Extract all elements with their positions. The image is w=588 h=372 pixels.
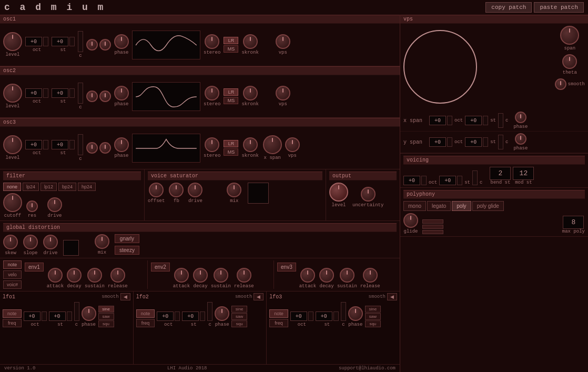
lfo1-sine-btn[interactable]: sine: [98, 306, 114, 313]
xspan-st-value[interactable]: +0: [465, 116, 482, 125]
lfo3-sine-btn[interactable]: sine: [365, 306, 381, 313]
paste-patch-button[interactable]: paste patch: [534, 2, 584, 13]
env2-attack-knob[interactable]: [174, 268, 189, 283]
voicing-oct-value[interactable]: +0: [403, 176, 420, 185]
osc2-skronk-knob[interactable]: [243, 86, 258, 100]
lfo1-oct-stepper[interactable]: [42, 311, 47, 321]
voice-sat-mix-knob[interactable]: [227, 183, 241, 197]
voicing-bend-value[interactable]: 2: [490, 167, 511, 180]
lfo3-smooth-btn[interactable]: ◀: [387, 293, 397, 300]
lfo2-st-value[interactable]: +0: [182, 311, 199, 321]
lfo3-st-stepper[interactable]: [333, 311, 339, 321]
osc2-phase-knob[interactable]: [114, 86, 129, 100]
velo-btn[interactable]: velo: [3, 270, 22, 279]
osc1-stereo-knob[interactable]: [205, 34, 219, 49]
osc1-oct-value[interactable]: +0: [25, 37, 42, 46]
global-dist-skew-knob[interactable]: [3, 235, 18, 249]
yspan-oct-stepper[interactable]: [447, 137, 452, 147]
env2-decay-knob[interactable]: [193, 268, 208, 283]
lfo2-saw-btn[interactable]: saw: [231, 313, 247, 320]
yspan-phase-knob[interactable]: [515, 133, 526, 145]
osc2-oct-stepper[interactable]: [43, 88, 48, 98]
lfo1-smooth-btn[interactable]: ◀: [120, 293, 130, 300]
voicing-st-stepper[interactable]: [457, 176, 462, 185]
lfo3-oct-stepper[interactable]: [308, 311, 313, 321]
gnarly-btn[interactable]: gnarly: [115, 234, 139, 243]
filter-lp24-btn[interactable]: lp24: [23, 183, 39, 191]
lfo2-sine-btn[interactable]: sine: [231, 306, 247, 313]
xspan-phase-knob[interactable]: [515, 112, 526, 123]
yspan-st-stepper[interactable]: [483, 137, 488, 147]
osc1-knob1[interactable]: [86, 39, 98, 51]
output-level-knob[interactable]: [329, 183, 348, 202]
env1-release-knob[interactable]: [110, 268, 125, 283]
global-dist-drive-knob[interactable]: [43, 235, 58, 249]
lfo1-oct-value[interactable]: +0: [24, 311, 40, 321]
osc1-c-stepper[interactable]: [78, 31, 83, 52]
lfo3-st-value[interactable]: +0: [316, 311, 332, 321]
osc2-knob1[interactable]: [86, 91, 98, 102]
osc3-lr-btn[interactable]: LR: [224, 140, 238, 147]
lfo3-squ-btn[interactable]: squ: [365, 320, 381, 327]
osc1-skronk-knob[interactable]: [243, 34, 258, 49]
env2-sustain-knob[interactable]: [214, 268, 228, 283]
osc3-c-stepper[interactable]: [78, 134, 83, 155]
filter-bp24-btn[interactable]: bp24: [58, 183, 76, 191]
lfo1-st-stepper[interactable]: [67, 311, 72, 321]
lfo1-phase-knob[interactable]: [82, 306, 96, 321]
osc2-level-knob[interactable]: [3, 84, 22, 103]
lfo2-smooth-btn[interactable]: ◀: [254, 293, 263, 300]
osc3-st-stepper[interactable]: [69, 140, 75, 149]
env1-decay-knob[interactable]: [67, 268, 82, 283]
osc1-phase-knob[interactable]: [114, 34, 129, 49]
xspan-oct-stepper[interactable]: [447, 116, 452, 125]
global-dist-mix-knob[interactable]: [95, 234, 109, 249]
osc3-ms-btn[interactable]: MS: [224, 148, 238, 156]
osc2-st-stepper[interactable]: [69, 88, 75, 98]
max-poly-value[interactable]: 8: [563, 216, 584, 229]
filter-cutoff-knob[interactable]: [3, 193, 22, 212]
copy-patch-button[interactable]: copy patch: [485, 2, 532, 13]
lfo2-note-btn[interactable]: note: [136, 309, 155, 318]
filter-drive-knob[interactable]: [47, 197, 62, 212]
xspan-oct-value[interactable]: +0: [429, 116, 446, 125]
note-btn[interactable]: note: [3, 260, 22, 269]
osc1-lr-btn[interactable]: LR: [224, 37, 238, 44]
voic-btn[interactable]: voic#: [3, 280, 22, 289]
voicing-st-value[interactable]: +0: [439, 176, 456, 185]
lfo3-oct-value[interactable]: +0: [290, 311, 307, 321]
osc2-stereo-knob[interactable]: [205, 86, 219, 100]
osc2-lr-btn[interactable]: LR: [224, 88, 238, 96]
lfo2-st-stepper[interactable]: [200, 311, 205, 321]
yspan-c-stepper[interactable]: [498, 135, 503, 149]
filter-hp24-btn[interactable]: hp24: [78, 183, 96, 191]
lfo2-oct-stepper[interactable]: [175, 311, 180, 321]
voicing-c-stepper[interactable]: [472, 170, 478, 185]
env2-release-knob[interactable]: [237, 268, 251, 283]
osc3-oct-value[interactable]: +0: [25, 140, 42, 149]
voice-sat-drive-knob[interactable]: [188, 183, 202, 197]
lfo1-c-stepper[interactable]: [74, 302, 79, 321]
osc3-level-knob[interactable]: [3, 135, 22, 154]
yspan-oct-value[interactable]: +0: [429, 137, 446, 147]
xspan-st-stepper[interactable]: [483, 116, 488, 125]
lfo1-saw-btn[interactable]: saw: [98, 313, 114, 320]
env3-sustain-knob[interactable]: [340, 268, 354, 283]
osc1-vps-knob[interactable]: [276, 34, 290, 49]
lfo3-phase-knob[interactable]: [348, 306, 363, 321]
lfo1-freq-btn[interactable]: freq: [3, 319, 22, 327]
lfo3-c-stepper[interactable]: [341, 302, 346, 321]
lfo1-squ-btn[interactable]: squ: [98, 320, 114, 327]
env3-decay-knob[interactable]: [319, 268, 334, 283]
osc2-ms-btn[interactable]: MS: [224, 97, 238, 104]
osc2-st-value[interactable]: +0: [52, 88, 68, 98]
env1-sustain-knob[interactable]: [87, 268, 102, 283]
osc3-skronk-knob[interactable]: [243, 137, 258, 152]
lfo2-squ-btn[interactable]: squ: [231, 320, 247, 327]
filter-none-btn[interactable]: none: [3, 183, 21, 191]
osc2-c-stepper[interactable]: [78, 83, 83, 104]
lfo2-freq-btn[interactable]: freq: [136, 319, 155, 327]
voicing-oct-stepper[interactable]: [421, 176, 427, 185]
lfo2-c-stepper[interactable]: [207, 302, 212, 321]
osc3-st-value[interactable]: +0: [52, 140, 68, 149]
